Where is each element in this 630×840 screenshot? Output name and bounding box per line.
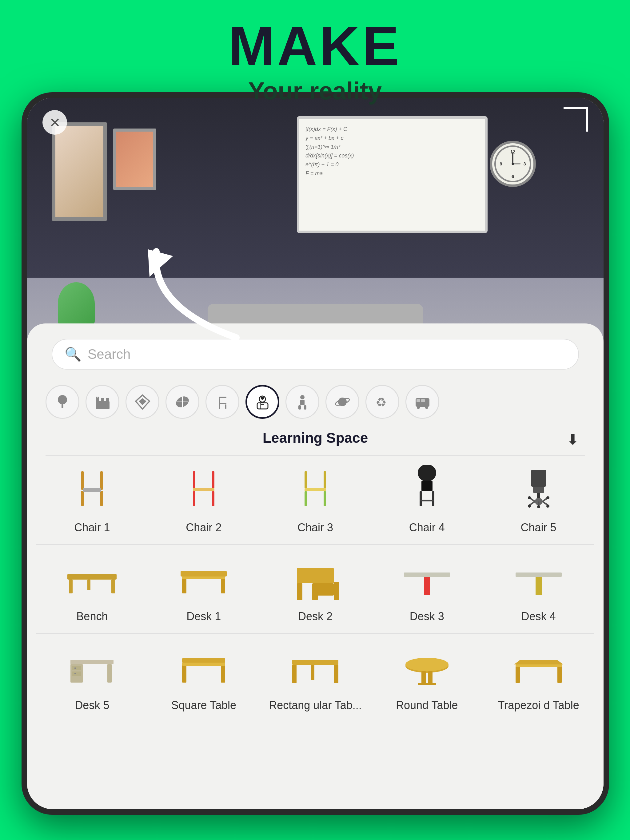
category-chair-simple[interactable] [206, 385, 239, 419]
desk3-label: Desk 3 [410, 609, 444, 624]
category-planet[interactable] [326, 385, 359, 419]
close-button[interactable]: ✕ [43, 110, 67, 135]
svg-rect-96 [516, 573, 562, 577]
svg-rect-95 [424, 592, 430, 595]
planet-icon [326, 385, 359, 419]
svg-rect-46 [100, 471, 103, 490]
svg-point-78 [537, 505, 540, 508]
svg-rect-105 [74, 673, 76, 674]
category-toys[interactable] [125, 385, 159, 419]
search-icon: 🔍 [65, 346, 82, 362]
picture-frame-2 [113, 128, 156, 190]
svg-rect-53 [193, 491, 195, 506]
svg-rect-57 [304, 488, 326, 491]
svg-rect-14 [106, 398, 109, 403]
squaretable-label: Square Table [171, 698, 236, 713]
svg-rect-10 [62, 403, 63, 408]
svg-rect-107 [182, 658, 225, 663]
item-traptable[interactable]: Trapezoi d Table [483, 634, 594, 722]
svg-rect-86 [182, 576, 225, 579]
svg-rect-110 [182, 663, 225, 666]
svg-rect-92 [404, 573, 450, 577]
traptable-image [503, 640, 574, 695]
svg-point-43 [425, 406, 428, 409]
svg-rect-113 [334, 665, 339, 683]
svg-rect-89 [297, 583, 302, 600]
svg-rect-44 [81, 471, 84, 490]
whiteboard: ∫f(x)dx = F(x) + C y = ax² + bx + c ∑(n=… [297, 116, 488, 233]
svg-rect-102 [72, 666, 81, 670]
svg-rect-63 [432, 491, 434, 506]
page-title: MAKE [0, 19, 630, 74]
item-chair5[interactable]: Chair 5 [483, 456, 594, 544]
svg-rect-13 [101, 398, 104, 403]
figure-icon [285, 385, 319, 419]
svg-rect-90 [334, 582, 339, 600]
category-figure[interactable] [285, 385, 319, 419]
svg-point-116 [405, 658, 448, 671]
toys-icon [125, 385, 159, 419]
item-desk2[interactable]: Desk 2 [260, 545, 371, 633]
svg-line-69 [529, 502, 535, 505]
tablet-screen: ∫f(x)dx = F(x) + C y = ax² + bx + c ∑(n=… [27, 98, 603, 809]
chair2-label: Chair 2 [186, 521, 222, 535]
svg-point-74 [528, 505, 531, 508]
category-recycle[interactable]: ♻ [366, 385, 399, 419]
item-roundtable[interactable]: Round Table [371, 634, 483, 722]
category-row: ♻ [27, 379, 603, 425]
traptable-label: Trapezoi d Table [498, 698, 579, 713]
svg-rect-123 [516, 665, 562, 667]
category-header: Learning Space ⬇ [27, 425, 603, 455]
category-nature[interactable] [46, 385, 79, 419]
svg-rect-99 [535, 592, 542, 595]
tablet-frame: ∫f(x)dx = F(x) + C y = ax² + bx + c ∑(n=… [22, 92, 609, 815]
svg-rect-65 [531, 470, 546, 487]
svg-rect-111 [292, 660, 339, 665]
item-chair1[interactable]: Chair 1 [36, 456, 148, 544]
item-desk3[interactable]: Desk 3 [371, 545, 483, 633]
svg-rect-87 [297, 568, 334, 583]
svg-rect-81 [111, 579, 115, 594]
bus-icon [405, 385, 439, 419]
item-chair2[interactable]: Chair 2 [148, 456, 260, 544]
chair3-label: Chair 3 [298, 521, 333, 535]
chair2-image [168, 462, 239, 518]
svg-rect-91 [312, 592, 318, 600]
download-button[interactable]: ⬇ [560, 427, 585, 452]
item-desk4[interactable]: Desk 4 [483, 545, 594, 633]
category-learning[interactable] [245, 385, 279, 419]
svg-rect-48 [100, 491, 103, 506]
desk3-image [392, 551, 462, 606]
svg-rect-50 [193, 471, 195, 488]
item-chair4[interactable]: Chair 4 [371, 456, 483, 544]
recttable-label: Rectang ular Tab... [269, 698, 362, 713]
item-chair3[interactable]: Chair 3 [260, 456, 371, 544]
item-desk1[interactable]: Desk 1 [148, 545, 260, 633]
active-category-label: Learning Space [238, 426, 393, 452]
svg-point-32 [300, 395, 304, 399]
category-sports[interactable] [166, 385, 199, 419]
svg-text:6: 6 [511, 174, 514, 179]
items-grid: Chair 1 Chair 2 [27, 456, 603, 722]
svg-rect-16 [98, 396, 99, 399]
chair5-image [503, 462, 574, 518]
svg-point-75 [546, 505, 549, 508]
castle-icon [85, 385, 119, 419]
svg-rect-51 [212, 471, 214, 488]
item-bench[interactable]: Bench [36, 545, 148, 633]
chair-simple-icon [206, 385, 239, 419]
item-recttable[interactable]: Rectang ular Tab... [260, 634, 371, 722]
category-bus[interactable] [405, 385, 439, 419]
svg-text:9: 9 [500, 161, 502, 166]
category-castle[interactable] [85, 385, 119, 419]
svg-rect-119 [418, 683, 436, 685]
item-squaretable[interactable]: Square Table [148, 634, 260, 722]
svg-rect-103 [72, 671, 81, 676]
whiteboard-content: ∫f(x)dx = F(x) + C y = ax² + bx + c ∑(n=… [306, 125, 479, 224]
chair3-image [280, 462, 351, 518]
svg-line-70 [542, 502, 548, 505]
roundtable-label: Round Table [396, 698, 458, 713]
svg-rect-28 [257, 403, 268, 409]
item-desk5[interactable]: Desk 5 [36, 634, 148, 722]
svg-rect-84 [182, 576, 187, 594]
